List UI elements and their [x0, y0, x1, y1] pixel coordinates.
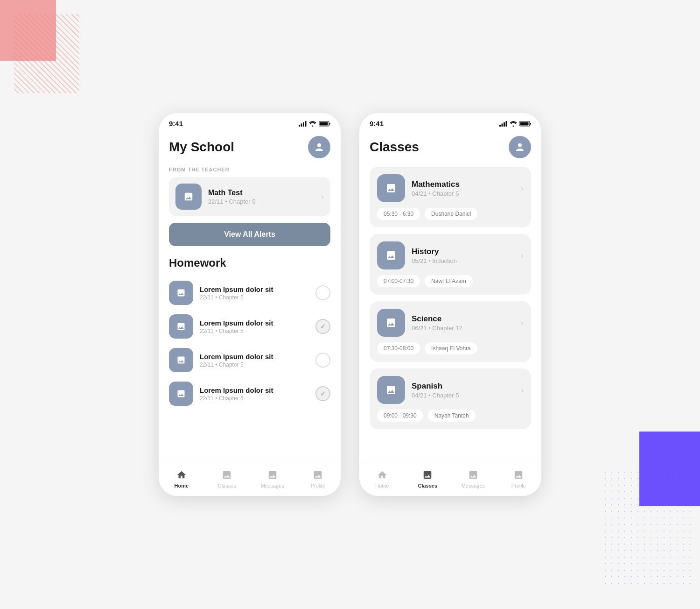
hw-sub-3: 22/11 • Chapter 5 [200, 395, 309, 402]
class-card-science[interactable]: Science 06/21 • Chapter 12 › 07:30-08:00… [370, 301, 531, 362]
hw-title-2: Lorem Ipsum dolor sit [200, 353, 309, 361]
messages-icon-2 [467, 469, 479, 481]
nav-classes-label-2: Classes [418, 483, 437, 489]
class-info-1: History 05/21 • Induction [412, 247, 514, 264]
nav-home-2[interactable]: Home [359, 469, 405, 489]
hw-check-2[interactable] [315, 353, 330, 368]
hw-item-0[interactable]: Lorem Ipsum dolor sit 22/11 • Chapter 5 [169, 276, 330, 310]
hw-thumb-3 [169, 382, 193, 406]
hw-sub-1: 22/11 • Chapter 5 [200, 328, 309, 334]
nav-messages-2[interactable]: Messages [450, 469, 496, 489]
nav-profile-1[interactable]: Profile [295, 469, 341, 489]
homework-list: Lorem Ipsum dolor sit 22/11 • Chapter 5 … [169, 276, 330, 411]
nav-classes-1[interactable]: Classes [204, 469, 250, 489]
wifi-icon-2 [510, 121, 517, 127]
class-card-top-3: Spanish 04/21 • Chapter 5 › [377, 376, 524, 404]
svg-rect-6 [499, 125, 501, 127]
nav-classes-2[interactable]: Classes [405, 469, 451, 489]
hw-thumb-2 [169, 348, 193, 372]
class-sub-2: 06/21 • Chapter 12 [412, 325, 514, 332]
hw-title-3: Lorem Ipsum dolor sit [200, 386, 309, 394]
hw-item-3[interactable]: Lorem Ipsum dolor sit 22/11 • Chapter 5 [169, 377, 330, 411]
class-thumb-1 [377, 241, 405, 269]
alert-sub: 22/11 • Chapter 5 [208, 198, 315, 205]
hw-sub-2: 22/11 • Chapter 5 [200, 361, 309, 368]
class-teacher-0: Dushane Daniel [425, 208, 477, 220]
hw-info-0: Lorem Ipsum dolor sit 22/11 • Chapter 5 [200, 285, 309, 301]
class-name-2: Science [412, 314, 514, 324]
hw-title-1: Lorem Ipsum dolor sit [200, 319, 309, 327]
teacher-label: FROM THE TEACHER [169, 167, 330, 172]
status-icons-1 [299, 121, 330, 127]
class-name-0: Mathematics [412, 180, 514, 189]
phone-1: 9:41 My School [159, 113, 341, 496]
class-thumb-3 [377, 376, 405, 404]
class-bottom-3: 09:00 - 09:30 Nayah Tantoh [377, 410, 524, 422]
battery-icon [319, 121, 330, 127]
hw-thumb-1 [169, 314, 193, 339]
phone-2: 9:41 Classes [359, 113, 541, 496]
class-name-1: History [412, 247, 514, 256]
hw-info-2: Lorem Ipsum dolor sit 22/11 • Chapter 5 [200, 353, 309, 368]
class-name-3: Spanish [412, 382, 514, 391]
class-chevron-3: › [521, 385, 524, 395]
view-all-alerts-btn[interactable]: View All Alerts [169, 223, 330, 246]
class-thumb-2 [377, 309, 405, 337]
bottom-nav-1: Home Classes Messages Profile [159, 463, 341, 496]
class-bottom-0: 05:30 - 6:30 Dushane Daniel [377, 208, 524, 220]
hw-check-1[interactable] [315, 319, 330, 334]
hw-check-3[interactable] [315, 386, 330, 401]
bottom-nav-2: Home Classes Messages Profile [359, 463, 541, 496]
hw-item-2[interactable]: Lorem Ipsum dolor sit 22/11 • Chapter 5 [169, 343, 330, 377]
class-card-spanish[interactable]: Spanish 04/21 • Chapter 5 › 09:00 - 09:3… [370, 368, 531, 429]
class-bottom-1: 07:00-07:30 Nawf El Azam [377, 275, 524, 287]
svg-rect-1 [301, 123, 302, 127]
bg-pink-lines-decoration [14, 14, 79, 93]
class-info-3: Spanish 04/21 • Chapter 5 [412, 382, 514, 399]
class-chevron-1: › [521, 251, 524, 261]
svg-rect-2 [303, 122, 304, 127]
status-icons-2 [499, 121, 531, 127]
hw-check-0[interactable] [315, 285, 330, 300]
class-card-mathematics[interactable]: Mathematics 04/21 • Chapter 5 › 05:30 - … [370, 167, 531, 227]
class-time-1: 07:00-07:30 [377, 275, 420, 287]
nav-profile-label-1: Profile [311, 483, 325, 489]
class-info-0: Mathematics 04/21 • Chapter 5 [412, 180, 514, 197]
class-chevron-2: › [521, 318, 524, 328]
class-teacher-1: Nawf El Azam [425, 275, 473, 287]
class-teacher-3: Nayah Tantoh [428, 410, 476, 422]
class-sub-0: 04/21 • Chapter 5 [412, 190, 514, 197]
class-card-history[interactable]: History 05/21 • Induction › 07:00-07:30 … [370, 234, 531, 295]
homework-title: Homework [169, 256, 330, 269]
svg-rect-9 [506, 121, 507, 127]
alert-thumb [175, 184, 202, 210]
screen-title-2: Classes [370, 140, 419, 155]
screen-title-1: My School [169, 140, 234, 155]
class-thumb-0 [377, 174, 405, 202]
class-time-2: 07:30-08:00 [377, 342, 420, 354]
svg-rect-11 [520, 122, 529, 125]
svg-rect-8 [504, 122, 505, 127]
nav-messages-1[interactable]: Messages [250, 469, 295, 489]
home-icon [175, 469, 188, 481]
alert-card[interactable]: Math Test 22/11 • Chapter 5 › [169, 177, 330, 216]
hw-sub-0: 22/11 • Chapter 5 [200, 294, 309, 301]
hw-item-1[interactable]: Lorem Ipsum dolor sit 22/11 • Chapter 5 [169, 310, 330, 343]
nav-profile-2[interactable]: Profile [496, 469, 542, 489]
profile-icon-2 [512, 469, 525, 481]
home-icon-2 [376, 469, 388, 481]
svg-rect-7 [502, 123, 503, 127]
avatar-btn-2[interactable] [509, 136, 531, 158]
profile-icon-1 [312, 469, 324, 481]
classes-list: Mathematics 04/21 • Chapter 5 › 05:30 - … [370, 167, 531, 463]
classes-icon-1 [221, 469, 233, 481]
avatar-btn-1[interactable] [308, 136, 330, 158]
nav-home-1[interactable]: Home [159, 469, 204, 489]
alert-chevron: › [321, 192, 324, 202]
screen-header-1: My School [169, 131, 330, 167]
wifi-icon [309, 121, 316, 127]
messages-icon-1 [266, 469, 279, 481]
class-sub-3: 04/21 • Chapter 5 [412, 392, 514, 399]
class-sub-1: 05/21 • Induction [412, 257, 514, 264]
class-card-top-2: Science 06/21 • Chapter 12 › [377, 309, 524, 337]
